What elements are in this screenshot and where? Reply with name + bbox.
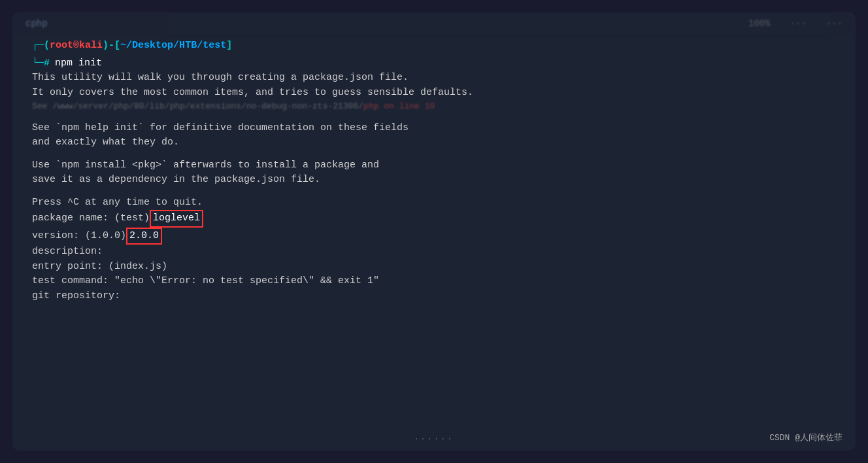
gap-3: [32, 188, 836, 196]
faded-error-line: See /www/server/php/80/lib/php/extension…: [32, 100, 836, 113]
bottom-dots: ......: [414, 432, 454, 443]
version-value[interactable]: 2.0.0: [126, 228, 162, 245]
top-bar-item-2: ···: [790, 17, 807, 31]
test-command-line: test command: "echo \"Error: no test spe…: [32, 274, 836, 289]
prompt-at: ®: [73, 39, 79, 54]
prompt-path: ~/Desktop/HTB/test: [120, 39, 226, 54]
prompt-bracket-open: -[: [108, 39, 120, 54]
entry-point-line: entry point: (index.js): [32, 260, 836, 275]
help-line-2: and exactly what they do.: [32, 135, 836, 150]
git-repository-line: git repository:: [32, 289, 836, 304]
package-name-value[interactable]: loglevel: [150, 210, 203, 228]
help-line-1: See `npm help init` for definitive docum…: [32, 121, 836, 136]
package-name-label: package name: (test): [32, 211, 150, 226]
install-line-1: Use `npm install <pkg>` afterwards to in…: [32, 158, 836, 173]
prompt-line: ┌─ ( root ® kali ) -[ ~/Desktop/HTB/test…: [32, 39, 836, 54]
top-bar-item-3: ···: [826, 17, 843, 31]
bottom-bar: ...... CSDN @人间体佐菲: [12, 432, 856, 445]
top-bar-left: cphp: [25, 17, 48, 31]
top-bar-item-1: 100%: [748, 17, 771, 31]
output-line-1: This utility will walk you through creat…: [32, 71, 836, 86]
prompt-host: kali: [79, 39, 103, 54]
package-name-line: package name: (test) loglevel: [32, 210, 836, 228]
prompt-paren-close: ): [103, 39, 108, 54]
prompt-user: root: [50, 39, 73, 54]
terminal-window: cphp 100% ··· ··· ┌─ ( root ® kali ) -[ …: [12, 12, 856, 451]
top-bar-right: 100% ··· ···: [748, 17, 843, 31]
press-line: Press ^C at any time to quit.: [32, 196, 836, 211]
prompt-paren-open: (: [44, 39, 50, 54]
version-label: version: (1.0.0): [32, 229, 126, 244]
description-line: description:: [32, 245, 836, 260]
prompt-bracket-close: ]: [226, 39, 232, 54]
output-line-2: It only covers the most common items, an…: [32, 86, 836, 101]
gap-2: [32, 150, 836, 158]
version-line: version: (1.0.0) 2.0.0: [32, 228, 836, 245]
install-line-2: save it as a dependency in the package.j…: [32, 173, 836, 188]
watermark: CSDN @人间体佐菲: [769, 432, 843, 445]
terminal-body: ┌─ ( root ® kali ) -[ ~/Desktop/HTB/test…: [32, 39, 836, 303]
command-text: npm init: [55, 56, 102, 71]
command-line: └─# npm init: [32, 56, 836, 71]
top-bar: cphp 100% ··· ···: [12, 12, 856, 35]
prompt-hash: └─#: [32, 56, 50, 71]
gap-1: [32, 113, 836, 121]
bracket-corner: ┌─: [32, 39, 44, 54]
